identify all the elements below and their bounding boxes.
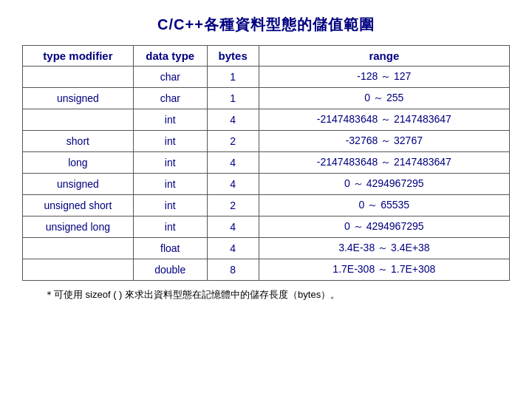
table-row: float43.4E-38 ～ 3.4E+38	[23, 238, 510, 259]
cell-bytes: 4	[207, 152, 259, 174]
cell-data-type: int	[133, 109, 207, 131]
table-row: double81.7E-308 ～ 1.7E+308	[23, 259, 510, 281]
cell-type-modifier	[23, 238, 134, 259]
cell-type-modifier: short	[23, 131, 134, 152]
cell-type-modifier: unsigned	[23, 174, 134, 195]
header-bytes: bytes	[207, 46, 259, 66]
table-row: unsignedchar10 ～ 255	[23, 88, 510, 109]
cell-bytes: 1	[207, 66, 259, 88]
table-row: unsigned shortint20 ～ 65535	[23, 195, 510, 216]
cell-range: -128 ～ 127	[259, 66, 509, 88]
cell-range: 0 ～ 4294967295	[259, 174, 509, 195]
header-type-modifier: type modifier	[23, 46, 134, 66]
cell-type-modifier	[23, 66, 134, 88]
cell-data-type: double	[133, 259, 207, 281]
cell-range: -32768 ～ 32767	[259, 131, 509, 152]
cell-range: 3.4E-38 ～ 3.4E+38	[259, 238, 509, 259]
table-row: unsigned longint40 ～ 4294967295	[23, 216, 510, 238]
cell-range: 0 ～ 4294967295	[259, 216, 509, 238]
cell-type-modifier: long	[23, 152, 134, 174]
cell-range: -2147483648 ～ 2147483647	[259, 152, 509, 174]
cell-data-type: char	[133, 88, 207, 109]
table-row: longint4-2147483648 ～ 2147483647	[23, 152, 510, 174]
cell-range: 0 ～ 65535	[259, 195, 509, 216]
cell-range: -2147483648 ～ 2147483647	[259, 109, 509, 131]
cell-bytes: 2	[207, 131, 259, 152]
cell-bytes: 8	[207, 259, 259, 281]
cell-data-type: int	[133, 174, 207, 195]
cell-range: 0 ～ 255	[259, 88, 509, 109]
table-row: int4-2147483648 ～ 2147483647	[23, 109, 510, 131]
cell-bytes: 2	[207, 195, 259, 216]
cell-range: 1.7E-308 ～ 1.7E+308	[259, 259, 509, 281]
cell-data-type: float	[133, 238, 207, 259]
cell-type-modifier: unsigned long	[23, 216, 134, 238]
table-row: char1-128 ～ 127	[23, 66, 510, 88]
footer-note: ＊可使用 sizeof ( ) 來求出資料型態在記憶體中的儲存長度（bytes）…	[44, 288, 340, 301]
cell-type-modifier	[23, 109, 134, 131]
header-data-type: data type	[133, 46, 207, 66]
page-title: C/C++各種資料型態的儲值範圍	[157, 15, 375, 35]
cell-type-modifier: unsigned short	[23, 195, 134, 216]
data-types-table: type modifier data type bytes range char…	[22, 45, 510, 281]
cell-type-modifier	[23, 259, 134, 281]
header-range: range	[259, 46, 509, 66]
cell-type-modifier: unsigned	[23, 88, 134, 109]
cell-bytes: 4	[207, 174, 259, 195]
cell-bytes: 4	[207, 109, 259, 131]
cell-bytes: 4	[207, 216, 259, 238]
cell-data-type: int	[133, 131, 207, 152]
table-row: unsignedint40 ～ 4294967295	[23, 174, 510, 195]
cell-data-type: char	[133, 66, 207, 88]
table-row: shortint2-32768 ～ 32767	[23, 131, 510, 152]
cell-bytes: 4	[207, 238, 259, 259]
cell-data-type: int	[133, 195, 207, 216]
cell-bytes: 1	[207, 88, 259, 109]
cell-data-type: int	[133, 152, 207, 174]
cell-data-type: int	[133, 216, 207, 238]
